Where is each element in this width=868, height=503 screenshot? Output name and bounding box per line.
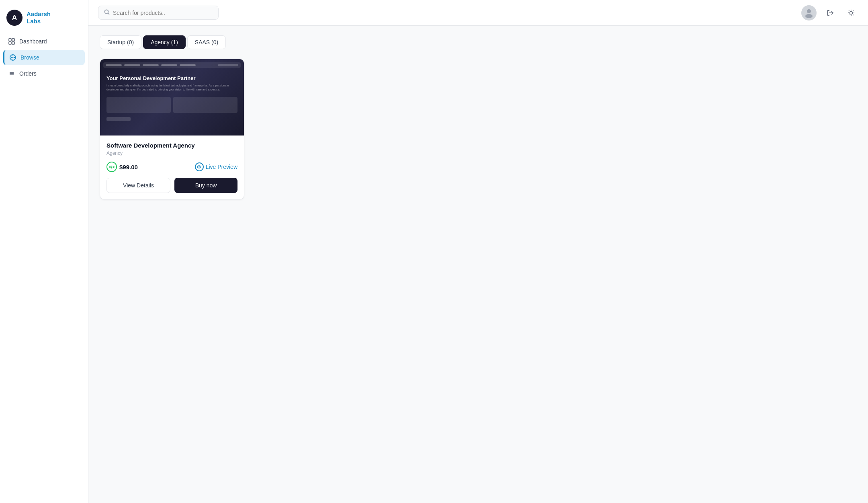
live-preview-label: Live Preview [206,164,237,170]
svg-line-22 [849,14,849,15]
price-amount: $99.00 [119,164,138,170]
search-icon [104,9,110,16]
mock-cards [103,92,241,113]
brand-avatar: A [6,10,23,26]
svg-point-11 [807,9,811,13]
logout-button[interactable] [823,6,837,20]
mock-sub: I create beautifully crafted products us… [103,84,241,92]
svg-line-10 [108,13,110,15]
sidebar-item-label: Browse [20,54,39,61]
mock-nav-dot [143,64,159,66]
live-preview-link[interactable]: Live Preview [195,162,237,171]
mock-headline: Your Personal Development Partner [103,71,241,84]
svg-point-9 [105,10,108,14]
sidebar-item-dashboard[interactable]: Dashboard [3,34,85,49]
svg-rect-0 [9,39,11,41]
sidebar-item-label: Dashboard [19,38,47,45]
list-icon [8,70,15,77]
product-category: Agency [106,150,237,156]
svg-rect-1 [12,39,14,41]
brand-name: Aadarsh Labs [27,10,51,25]
theme-toggle-button[interactable] [844,6,858,20]
sidebar-item-orders[interactable]: Orders [3,66,85,81]
product-actions: View Details Buy now [106,178,237,193]
mock-nav [103,62,241,68]
svg-line-20 [853,14,853,15]
price-wrap: </> $99.00 [106,162,138,172]
avatar[interactable] [801,5,817,21]
mock-cta [218,64,238,66]
product-card: Your Personal Development Partner I crea… [100,59,244,200]
product-info: Software Development Agency Agency </> $… [100,136,244,199]
svg-line-21 [853,10,853,11]
svg-rect-2 [9,42,11,44]
svg-point-5 [12,57,14,58]
mock-btn [106,117,131,121]
svg-point-14 [850,11,853,14]
mock-card [106,97,171,113]
header-actions [801,5,858,21]
product-grid: Your Personal Development Partner I crea… [100,59,857,200]
svg-rect-3 [12,42,14,44]
page-content: Startup (0) Agency (1) SAAS (0) [88,26,868,503]
svg-point-12 [805,14,813,18]
compass-icon [9,54,16,61]
mock-nav-dot [180,64,196,66]
tab-saas[interactable]: SAAS (0) [187,35,226,49]
thumbnail-mock: Your Personal Development Partner I crea… [100,59,244,136]
code-icon: </> [106,162,117,172]
product-pricing: </> $99.00 Live Preview [106,162,237,172]
main-content: Startup (0) Agency (1) SAAS (0) [88,0,868,503]
search-input[interactable] [113,10,213,16]
search-wrapper[interactable] [98,6,219,20]
mock-nav-dot [106,64,122,66]
eye-icon [195,162,204,171]
sidebar-item-browse[interactable]: Browse [3,50,85,65]
brand-logo: A Aadarsh Labs [0,6,88,34]
mock-nav-dot [161,64,177,66]
sidebar-item-label: Orders [19,70,37,77]
header [88,0,868,26]
sidebar: A Aadarsh Labs Dashboard [0,0,88,503]
product-thumbnail: Your Personal Development Partner I crea… [100,59,244,136]
buy-now-button[interactable]: Buy now [174,178,237,193]
mock-nav-dot [124,64,140,66]
grid-icon [8,38,15,45]
tab-agency[interactable]: Agency (1) [143,35,186,49]
category-tabs: Startup (0) Agency (1) SAAS (0) [100,35,857,49]
view-details-button[interactable]: View Details [106,178,170,193]
svg-point-24 [199,166,200,168]
sidebar-nav: Dashboard Browse Orders [0,34,88,81]
mock-card [173,97,237,113]
tab-startup[interactable]: Startup (0) [100,35,141,49]
svg-line-19 [849,10,849,11]
product-title: Software Development Agency [106,142,237,149]
